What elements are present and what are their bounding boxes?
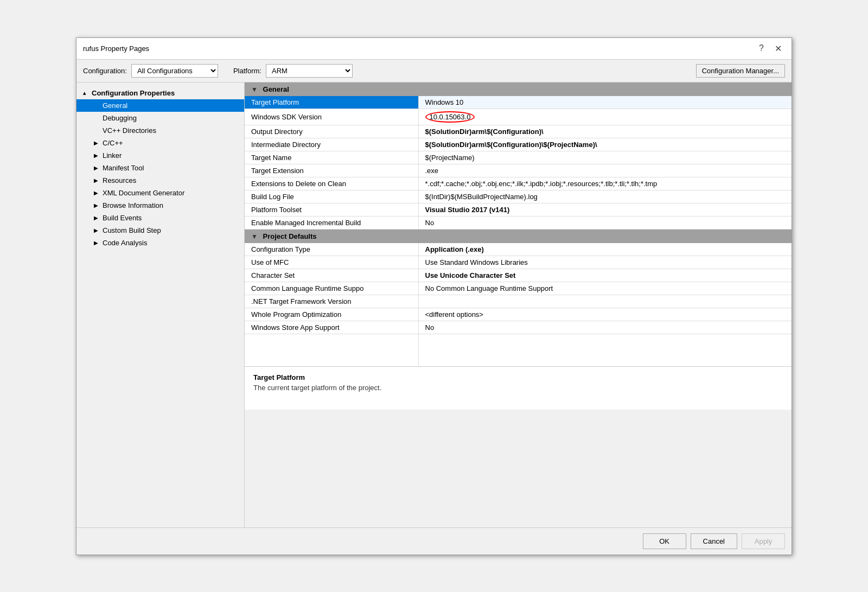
- table-row[interactable]: Intermediate Directory $(SolutionDir)arm…: [245, 138, 792, 151]
- configuration-select[interactable]: All Configurations: [131, 64, 218, 78]
- prop-label: Enable Managed Incremental Build: [245, 216, 418, 229]
- table-row[interactable]: Enable Managed Incremental Build No: [245, 216, 792, 229]
- prop-value: <different options>: [418, 308, 792, 321]
- sidebar-item-label: Browse Information: [103, 201, 163, 209]
- bottom-bar: OK Cancel Apply: [76, 527, 792, 555]
- prop-label: Extensions to Delete on Clean: [245, 177, 418, 190]
- title-bar-controls: ? ✕: [756, 42, 785, 55]
- description-title: Target Platform: [253, 373, 783, 381]
- table-row[interactable]: Platform Toolset Visual Studio 2017 (v14…: [245, 203, 792, 216]
- prop-label: Output Directory: [245, 125, 418, 138]
- table-row[interactable]: Extensions to Delete on Clean *.cdf;*.ca…: [245, 177, 792, 190]
- sidebar-item-label: VC++ Directories: [103, 126, 156, 135]
- prop-value: Application (.exe): [418, 243, 792, 256]
- prop-label: Target Extension: [245, 164, 418, 177]
- table-row[interactable]: Output Directory $(SolutionDir)arm\$(Con…: [245, 125, 792, 138]
- section-collapse-icon[interactable]: ▼: [251, 86, 258, 93]
- sidebar-item-label: Debugging: [103, 114, 137, 122]
- sidebar-item-browse-info[interactable]: ▶ Browse Information: [76, 199, 244, 212]
- properties-table: ▼ General Target Platform Windows 10 Win…: [245, 82, 792, 367]
- expand-arrow: ▶: [94, 215, 100, 221]
- sidebar: ▴ Configuration Properties General Debug…: [76, 82, 245, 527]
- sidebar-item-general[interactable]: General: [76, 99, 244, 112]
- section-title: General: [263, 85, 289, 93]
- sidebar-item-linker[interactable]: ▶ Linker: [76, 149, 244, 162]
- table-row[interactable]: Whole Program Optimization <different op…: [245, 308, 792, 321]
- sidebar-item-config-properties[interactable]: ▴ Configuration Properties: [76, 87, 244, 99]
- sidebar-item-label: Configuration Properties: [92, 89, 175, 97]
- expand-arrow: ▶: [94, 140, 100, 146]
- expand-arrow: ▶: [94, 177, 100, 183]
- config-label: Configuration:: [83, 67, 127, 75]
- prop-value: $(IntDir)$(MSBuildProjectName).log: [418, 190, 792, 203]
- prop-value: Use Unicode Character Set: [418, 269, 792, 282]
- table-row[interactable]: Target Extension .exe: [245, 164, 792, 177]
- cancel-button[interactable]: Cancel: [691, 533, 737, 549]
- title-bar: rufus Property Pages ? ✕: [76, 38, 792, 60]
- ok-button[interactable]: OK: [643, 533, 686, 549]
- expand-arrow: ▶: [94, 152, 100, 158]
- sidebar-item-manifest-tool[interactable]: ▶ Manifest Tool: [76, 162, 244, 174]
- sidebar-item-debugging[interactable]: Debugging: [76, 112, 244, 124]
- config-manager-button[interactable]: Configuration Manager...: [696, 64, 785, 78]
- prop-label: Configuration Type: [245, 243, 418, 256]
- prop-value: Windows 10: [418, 96, 792, 109]
- sidebar-item-label: Code Analysis: [103, 239, 147, 247]
- table-row[interactable]: Build Log File $(IntDir)$(MSBuildProject…: [245, 190, 792, 203]
- sidebar-item-vc-dirs[interactable]: VC++ Directories: [76, 124, 244, 137]
- sidebar-item-label: Linker: [103, 151, 122, 160]
- sidebar-item-label: General: [103, 101, 127, 110]
- dialog-title: rufus Property Pages: [83, 44, 149, 53]
- sidebar-item-custom-build[interactable]: ▶ Custom Build Step: [76, 224, 244, 237]
- platform-label: Platform:: [233, 67, 261, 75]
- prop-label: Target Name: [245, 151, 418, 164]
- help-button[interactable]: ?: [756, 42, 767, 54]
- prop-value: No: [418, 321, 792, 334]
- main-area: ▴ Configuration Properties General Debug…: [76, 82, 792, 527]
- prop-value: Use Standard Windows Libraries: [418, 256, 792, 269]
- table-row[interactable]: Use of MFC Use Standard Windows Librarie…: [245, 256, 792, 269]
- platform-select[interactable]: ARM: [266, 64, 353, 78]
- prop-label: Platform Toolset: [245, 203, 418, 216]
- prop-label: Windows SDK Version: [245, 109, 418, 125]
- section-title: Project Defaults: [263, 232, 317, 240]
- prop-label: .NET Target Framework Version: [245, 295, 418, 308]
- table-row[interactable]: Windows Store App Support No: [245, 321, 792, 334]
- expand-arrow: ▶: [94, 227, 100, 233]
- property-pages-dialog: rufus Property Pages ? ✕ Configuration: …: [76, 37, 792, 555]
- table-row[interactable]: Target Name $(ProjectName): [245, 151, 792, 164]
- table-row[interactable]: Configuration Type Application (.exe): [245, 243, 792, 256]
- sidebar-item-xml-doc[interactable]: ▶ XML Document Generator: [76, 187, 244, 199]
- prop-label: Windows Store App Support: [245, 321, 418, 334]
- prop-value: No Common Language Runtime Support: [418, 282, 792, 295]
- prop-value: No: [418, 216, 792, 229]
- prop-value: .exe: [418, 164, 792, 177]
- sidebar-item-cpp[interactable]: ▶ C/C++: [76, 137, 244, 149]
- table-row[interactable]: Common Language Runtime Suppo No Common …: [245, 282, 792, 295]
- sidebar-item-build-events[interactable]: ▶ Build Events: [76, 212, 244, 224]
- prop-value: Visual Studio 2017 (v141): [418, 203, 792, 216]
- prop-label: Build Log File: [245, 190, 418, 203]
- prop-label: Character Set: [245, 269, 418, 282]
- table-row[interactable]: Windows SDK Version 10.0.15063.0: [245, 109, 792, 125]
- apply-button[interactable]: Apply: [742, 533, 785, 549]
- sidebar-item-code-analysis[interactable]: ▶ Code Analysis: [76, 237, 244, 249]
- prop-label: Common Language Runtime Suppo: [245, 282, 418, 295]
- prop-value: $(SolutionDir)arm\$(Configuration)\$(Pro…: [418, 138, 792, 151]
- expand-arrow: ▴: [83, 90, 90, 96]
- table-row[interactable]: .NET Target Framework Version: [245, 295, 792, 308]
- close-button[interactable]: ✕: [771, 42, 785, 55]
- sidebar-item-resources[interactable]: ▶ Resources: [76, 174, 244, 187]
- description-panel: Target Platform The current target platf…: [245, 366, 792, 410]
- table-row[interactable]: Character Set Use Unicode Character Set: [245, 269, 792, 282]
- prop-value: $(SolutionDir)arm\$(Configuration)\: [418, 125, 792, 138]
- prop-value: 10.0.15063.0: [418, 109, 792, 125]
- sidebar-item-label: C/C++: [103, 139, 123, 147]
- description-text: The current target platform of the proje…: [253, 384, 783, 392]
- table-row[interactable]: Target Platform Windows 10: [245, 96, 792, 109]
- section-collapse-icon[interactable]: ▼: [251, 233, 258, 240]
- prop-label: Intermediate Directory: [245, 138, 418, 151]
- sidebar-item-label: XML Document Generator: [103, 189, 184, 197]
- prop-value: [418, 295, 792, 308]
- expand-arrow: ▶: [94, 165, 100, 171]
